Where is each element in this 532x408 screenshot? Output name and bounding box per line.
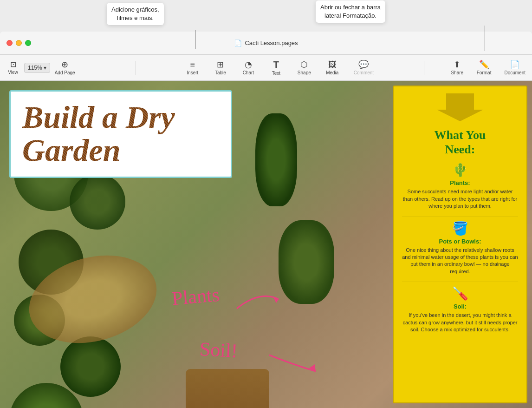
toolbar: ⊡ View 115% ▾ ⊕ Add Page ≡ Insert ⊞	[0, 55, 532, 81]
comment-button[interactable]: 💬 Comment	[351, 59, 376, 77]
plant-decor-5	[60, 336, 121, 397]
pots-title: Pots or Bowls:	[402, 238, 518, 245]
traffic-lights	[0, 40, 31, 46]
insert-button[interactable]: ≡ Insert	[183, 59, 202, 77]
page-title: Build a DryGarden	[22, 101, 219, 167]
view-icon: ⊡	[10, 61, 16, 68]
soil-icon: 🪛	[402, 286, 518, 301]
format-tooltip: Abrir ou fechar a barra lateral Formataç…	[316, 0, 385, 23]
insert-icon: ≡	[190, 60, 195, 69]
pots-text: One nice thing about the relatively shal…	[402, 247, 518, 276]
panel-arrow-down	[402, 93, 518, 123]
media-label: Media	[326, 70, 338, 75]
toolbar-divider-1	[136, 61, 136, 75]
toolbar-center: ≡ Insert ⊞ Table ◔ Chart T Text ⬡ Shape	[138, 58, 422, 78]
page-content: Build a DryGarden Plants Soil! Bowls	[0, 81, 532, 408]
insert-label: Insert	[187, 70, 198, 75]
chart-button[interactable]: ◔ Chart	[239, 59, 258, 77]
arrow-plants	[232, 285, 288, 313]
table-icon: ⊞	[217, 60, 224, 69]
close-button[interactable]	[6, 40, 13, 46]
zoom-value: 115%	[28, 65, 42, 71]
table-button[interactable]: ⊞ Table	[211, 59, 230, 77]
view-label: View	[8, 70, 18, 75]
toolbar-right: ⬆ Share ✏️ Format 📄 Document	[426, 59, 528, 77]
shape-icon: ⬡	[300, 60, 308, 69]
panel-title: What YouNeed:	[402, 128, 518, 157]
panel-section-pots: 🪣 Pots or Bowls: One nice thing about th…	[402, 221, 518, 276]
text-button[interactable]: T Text	[267, 58, 285, 78]
chart-label: Chart	[243, 70, 254, 75]
pots-icon: 🪣	[402, 221, 518, 236]
toolbar-divider-2	[424, 61, 424, 75]
share-label: Share	[451, 70, 463, 75]
shape-label: Shape	[298, 70, 311, 75]
insert-tooltip: Adicione gráficos, filmes e mais.	[107, 3, 164, 25]
document-icon: 📄	[234, 39, 242, 47]
add-page-button[interactable]: ⊕ Add Page	[52, 59, 78, 77]
arrow-soil	[265, 350, 320, 378]
soil-text: If you've been in the desert, you might …	[402, 312, 518, 333]
text-icon: T	[273, 60, 279, 69]
plants-title: Plants:	[402, 179, 518, 186]
panel-divider-2	[402, 282, 518, 282]
format-button[interactable]: ✏️ Format	[474, 59, 494, 77]
window-title: Cacti Lesson.pages	[245, 39, 298, 46]
plants-text: Some succulents need more light and/or w…	[402, 188, 518, 210]
chart-icon: ◔	[245, 60, 252, 69]
format-label: Format	[477, 70, 492, 75]
fullscreen-button[interactable]	[25, 40, 31, 46]
shape-button[interactable]: ⬡ Shape	[295, 59, 314, 77]
toolbar-left: ⊡ View 115% ▾ ⊕ Add Page	[4, 59, 134, 77]
media-icon: 🖼	[328, 60, 337, 69]
text-label: Text	[272, 71, 280, 76]
zoom-control[interactable]: 115% ▾	[24, 63, 50, 73]
view-button[interactable]: ⊡ View	[4, 59, 22, 77]
plant-decor-2	[70, 174, 125, 230]
info-panel: What YouNeed: 🌵 Plants: Some succulents …	[393, 86, 527, 403]
panel-section-plants: 🌵 Plants: Some succulents need more ligh…	[402, 162, 518, 210]
soil-pot	[186, 369, 269, 408]
app-window: 📄 Cacti Lesson.pages ⊡ View 115% ▾ ⊕ Add…	[0, 32, 532, 408]
panel-section-soil: 🪛 Soil: If you've been in the desert, yo…	[402, 286, 518, 333]
add-page-icon: ⊕	[61, 60, 68, 69]
zoom-arrow: ▾	[44, 65, 46, 71]
svg-marker-3	[437, 93, 483, 121]
table-label: Table	[215, 70, 226, 75]
down-arrow-svg	[437, 93, 483, 121]
share-icon: ⬆	[454, 60, 461, 69]
page-title-box[interactable]: Build a DryGarden	[9, 90, 232, 178]
share-button[interactable]: ⬆ Share	[448, 59, 467, 77]
document-icon-toolbar: 📄	[510, 60, 520, 69]
window-title-area: 📄 Cacti Lesson.pages	[234, 39, 298, 47]
handwriting-plants: Plants	[171, 283, 220, 310]
comment-icon: 💬	[358, 60, 369, 69]
document-label: Document	[504, 70, 526, 75]
plants-icon: 🌵	[402, 162, 518, 178]
handwriting-soil: Soil!	[199, 338, 238, 362]
media-button[interactable]: 🖼 Media	[323, 59, 342, 77]
minimize-button[interactable]	[16, 40, 22, 46]
cactus-right-1	[255, 113, 297, 206]
panel-divider-1	[402, 217, 518, 217]
comment-label: Comment	[354, 70, 374, 75]
soil-title: Soil:	[402, 303, 518, 310]
page-background[interactable]: Build a DryGarden Plants Soil! Bowls	[0, 81, 532, 408]
add-page-label: Add Page	[55, 70, 75, 75]
document-button[interactable]: 📄 Document	[501, 59, 528, 77]
titlebar: 📄 Cacti Lesson.pages	[0, 32, 532, 55]
format-icon: ✏️	[479, 60, 489, 69]
